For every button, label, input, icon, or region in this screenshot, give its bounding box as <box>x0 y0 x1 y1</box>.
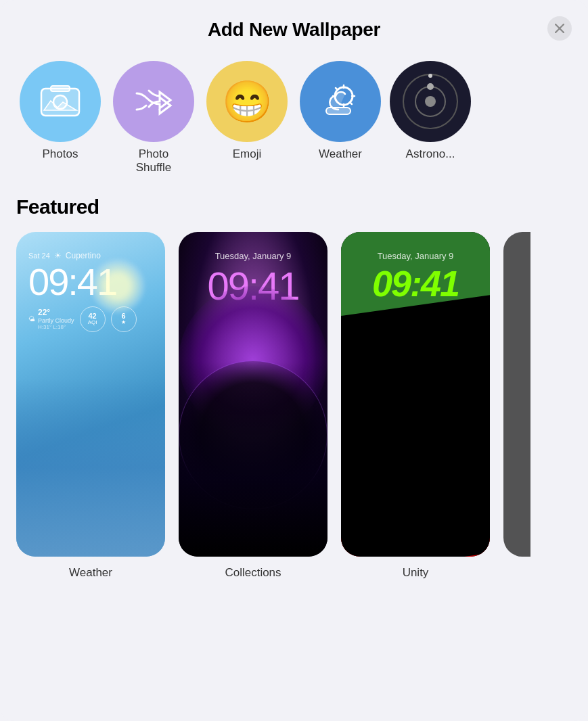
category-shuffle[interactable]: PhotoShuffle <box>110 61 198 175</box>
unity-preview: Tuesday, January 9 09:41 <box>341 232 490 557</box>
svg-line-9 <box>350 102 352 104</box>
partial-preview <box>503 232 530 557</box>
weather-circle <box>300 61 381 142</box>
weather-wp-label: Weather <box>69 566 112 580</box>
modal-header: Add New Wallpaper <box>0 0 588 54</box>
wallpaper-card-unity[interactable]: Tuesday, January 9 09:41 Unity <box>341 232 490 580</box>
wallpaper-row: Sat 24 ☀ Cupertino 09:41 🌤 22° <box>16 232 572 580</box>
close-button[interactable] <box>547 16 572 41</box>
weather-day: Sat 24 <box>28 252 50 260</box>
weather-gradient-lower <box>16 378 165 557</box>
featured-section: Featured Sat 24 ☀ Cupertino <box>0 189 588 580</box>
emoji-circle: 😁 <box>206 61 288 142</box>
weather-info: 🌤 22° Partly Cloudy H:31° L:18° <box>28 306 153 332</box>
svg-point-14 <box>427 83 434 90</box>
unity-wp-label: Unity <box>403 566 429 580</box>
unity-time: 09:41 <box>372 265 459 302</box>
category-photos[interactable]: Photos <box>16 61 104 161</box>
weather-preview: Sat 24 ☀ Cupertino 09:41 🌤 22° <box>16 232 165 557</box>
category-astronomy[interactable]: Astrono... <box>390 61 471 161</box>
sun-glow <box>91 259 145 313</box>
featured-title: Featured <box>16 195 572 218</box>
add-wallpaper-modal: Add New Wallpaper Photos <box>0 0 588 721</box>
svg-point-15 <box>428 74 432 78</box>
weather-meta: Sat 24 ☀ Cupertino <box>28 251 153 260</box>
photos-label: Photos <box>43 147 78 161</box>
category-weather[interactable]: Weather <box>296 61 384 161</box>
weather-temp-display: 🌤 22° Partly Cloudy H:31° L:18° <box>28 308 74 330</box>
aqi-badge: 42 AQI <box>80 306 106 332</box>
collections-wp-label: Collections <box>225 566 281 580</box>
wallpaper-card-partial[interactable] <box>503 232 530 566</box>
svg-line-8 <box>336 88 338 90</box>
weather-city: Cupertino <box>66 251 101 260</box>
modal-title: Add New Wallpaper <box>208 19 380 41</box>
category-emoji[interactable]: 😁 Emoji <box>203 61 291 161</box>
category-row: Photos PhotoShuffle 😁 Emoji <box>0 54 588 189</box>
wallpaper-card-collections[interactable]: Tuesday, January 9 09:41 Collections <box>179 232 327 580</box>
shuffle-label: PhotoShuffle <box>136 147 172 175</box>
svg-point-13 <box>425 96 436 107</box>
photos-circle <box>20 61 101 142</box>
unity-header: Tuesday, January 9 09:41 <box>341 251 490 302</box>
unity-date: Tuesday, January 9 <box>378 251 454 261</box>
weather-label: Weather <box>319 147 362 161</box>
coll-dark-gradient <box>179 362 327 557</box>
emoji-label: Emoji <box>233 147 262 161</box>
emoji-icon: 😁 <box>222 78 273 126</box>
unity-swoosh-bottom <box>341 387 490 557</box>
collections-preview: Tuesday, January 9 09:41 <box>179 232 327 557</box>
astronomy-circle <box>390 61 471 142</box>
weather-sun-icon: ☀ <box>54 251 62 260</box>
astronomy-label: Astrono... <box>406 147 455 161</box>
svg-rect-10 <box>326 108 350 114</box>
coll-date: Tuesday, January 9 <box>215 251 292 261</box>
svg-rect-1 <box>51 86 70 91</box>
wallpaper-card-weather[interactable]: Sat 24 ☀ Cupertino 09:41 🌤 22° <box>16 232 165 580</box>
shuffle-circle <box>113 61 194 142</box>
